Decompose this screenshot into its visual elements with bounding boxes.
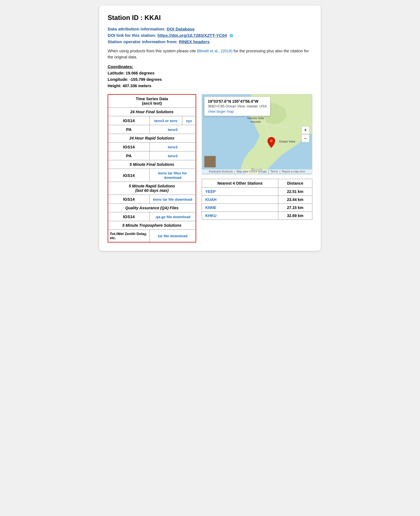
- distance-header: Distance: [278, 179, 312, 188]
- view-larger-link[interactable]: View larger map: [208, 109, 234, 113]
- station-distance: 27.15 km: [278, 204, 312, 212]
- map-footer: Keyboard shortcuts | Map data ©2024 Goog…: [202, 169, 312, 174]
- table-row: IGS14 kenv tar file download: [108, 195, 196, 204]
- doi-label: DOI link for this station:: [108, 33, 156, 38]
- map-popup: 19°03'57.6"N 155°47'56.4"W 3682+C95 Ocea…: [204, 97, 270, 116]
- rapid-tenv3-cell-1: tenv3: [150, 143, 196, 151]
- data-attribution-label: Data attribution information:: [108, 27, 165, 31]
- station-distance: 22.51 km: [278, 188, 312, 196]
- qa-gz-cell: .qa.gz file download: [150, 212, 196, 221]
- section-troposphere-row: 5 Minute Troposphere Solutions: [108, 221, 196, 230]
- ts-main-header: Time Series Data (ascii text): [108, 94, 196, 108]
- station-title: Station ID : KKAI: [108, 14, 312, 22]
- station-link[interactable]: KNNE: [205, 205, 216, 210]
- height-line: Height: 407.336 meters: [108, 83, 312, 89]
- tenv3-or-tenv-link[interactable]: tenv3 or tenv: [154, 119, 178, 123]
- section-24h-final-row: 24 Hour Final Solutions: [108, 108, 196, 116]
- svg-text:Wayside: Wayside: [250, 120, 261, 123]
- svg-point-9: [270, 140, 273, 142]
- kenv-tar-files-cell: kenv tar files for download: [150, 169, 196, 182]
- main-content: Time Series Data (ascii text) 24 Hour Fi…: [108, 94, 312, 242]
- section-qa-label: Quality Assurance (QA) Files: [108, 204, 196, 212]
- doi-icon: 🌐: [229, 34, 234, 38]
- map-container: Ocean View Manuka State Wayside 19°03'57…: [202, 94, 312, 174]
- table-row: Tot./Wet Zenith Delay, etc. tar file dow…: [108, 230, 196, 242]
- map-address: 3682+C95 Ocean View, Hawaii, USA: [208, 104, 267, 108]
- zoom-in-button[interactable]: +: [302, 126, 309, 134]
- pa-tenv3-cell-1: tenv3: [150, 125, 196, 134]
- station-name-cell: KUAH: [202, 196, 278, 204]
- operator-line: Station operator information from: RINEX…: [108, 39, 312, 44]
- table-row: IGS14 tenv3: [108, 143, 196, 151]
- station-distance: 32.69 km: [278, 212, 312, 220]
- blewitt-link[interactable]: Blewitt et al., (2018): [197, 49, 232, 53]
- table-row: KHKU 32.69 km: [202, 212, 312, 220]
- doi-database-link[interactable]: DOI Database: [167, 27, 195, 31]
- section-qa-row: Quality Assurance (QA) Files: [108, 204, 196, 212]
- map-controls: + −: [302, 126, 309, 142]
- nearest-stations-header: Nearest 4 Other Stations: [202, 179, 278, 188]
- latitude-line: Latitude: 19.066 degrees: [108, 70, 312, 76]
- igs14-label-3: IGS14: [108, 169, 150, 182]
- tenv3-or-tenv-cell: tenv3 or tenv: [150, 116, 182, 125]
- doi-link[interactable]: https://doi.org/10.7283/XZTT-YC04: [157, 33, 227, 38]
- igs14-label-4: IGS14: [108, 195, 150, 204]
- view-larger: View larger map: [208, 109, 267, 113]
- data-attribution-line: Data attribution information: DOI Databa…: [108, 27, 312, 32]
- kenv-tar-file-cell: kenv tar file download: [150, 195, 196, 204]
- station-name-cell: KNNE: [202, 204, 278, 212]
- igs14-label-1: IGS14: [108, 116, 150, 125]
- time-series-table: Time Series Data (ascii text) 24 Hour Fi…: [108, 94, 196, 242]
- nearest-stations-table: Nearest 4 Other Stations Distance YEEP 2…: [202, 179, 312, 220]
- section-24h-rapid-row: 24 Hour Rapid Solutions: [108, 134, 196, 143]
- xyz-cell: xyz: [182, 116, 196, 125]
- citation-text-1: When using products from this system ple…: [108, 49, 197, 53]
- igs14-label-2: IGS14: [108, 143, 150, 151]
- section-5min-rapid-row: 5 Minute Rapid Solutions (last 60 days m…: [108, 182, 196, 195]
- table-row: PA tenv3: [108, 151, 196, 160]
- rapid-tenv3-link-1[interactable]: tenv3: [168, 145, 178, 149]
- section-24h-rapid-label: 24 Hour Rapid Solutions: [108, 134, 196, 143]
- kenv-tar-files-link[interactable]: kenv tar files for download: [158, 171, 187, 180]
- svg-text:Manuka State: Manuka State: [247, 117, 264, 120]
- tar-file-download-link[interactable]: tar file download: [158, 234, 188, 238]
- xyz-link[interactable]: xyz: [186, 119, 192, 123]
- station-link[interactable]: KHKU: [205, 213, 216, 218]
- pa-label-1: PA: [108, 125, 150, 134]
- pa-tenv3-link-1[interactable]: tenv3: [168, 128, 178, 132]
- zoom-out-button[interactable]: −: [302, 135, 309, 142]
- longitude-line: Longitude: -155.799 degrees: [108, 76, 312, 83]
- section-5min-rapid-label: 5 Minute Rapid Solutions (last 60 days m…: [108, 182, 196, 195]
- map-coords: 19°03'57.6"N 155°47'56.4"W: [208, 99, 267, 104]
- zenith-delay-label: Tot./Wet Zenith Delay, etc.: [108, 230, 150, 242]
- table-row: KUAH 23.44 km: [202, 196, 312, 204]
- section-24h-final-label: 24 Hour Final Solutions: [108, 108, 196, 116]
- svg-text:Ocean View: Ocean View: [279, 140, 295, 143]
- pa-label-2: PA: [108, 151, 150, 160]
- operator-label: Station operator information from:: [108, 39, 178, 44]
- station-link[interactable]: KUAH: [205, 197, 216, 202]
- station-name-cell: KHKU: [202, 212, 278, 220]
- rapid-tenv3-link-2[interactable]: tenv3: [168, 154, 178, 158]
- citation-paragraph: When using products from this system ple…: [108, 48, 312, 60]
- doi-line: DOI link for this station: https://doi.o…: [108, 33, 312, 38]
- section-5min-final-row: 5 Minute Final Solutions: [108, 160, 196, 169]
- station-distance: 23.44 km: [278, 196, 312, 204]
- rapid-tenv3-cell-2: tenv3: [150, 151, 196, 160]
- table-row: KNNE 27.15 km: [202, 204, 312, 212]
- section-5min-final-label: 5 Minute Final Solutions: [108, 160, 196, 169]
- table-row: IGS14 .qa.gz file download: [108, 212, 196, 221]
- qa-gz-link[interactable]: .qa.gz file download: [155, 215, 190, 219]
- left-panel: Time Series Data (ascii text) 24 Hour Fi…: [108, 94, 196, 242]
- rinex-headers-link[interactable]: RINEX headers: [179, 39, 209, 44]
- coordinates-section: Coordinates: Latitude: 19.066 degrees Lo…: [108, 64, 312, 89]
- table-row: IGS14 tenv3 or tenv xyz: [108, 116, 196, 125]
- kenv-tar-file-link[interactable]: kenv tar file download: [153, 197, 192, 202]
- page-container: Station ID : KKAI Data attribution infor…: [99, 6, 321, 251]
- table-row: PA tenv3: [108, 125, 196, 134]
- table-row: IGS14 kenv tar files for download: [108, 169, 196, 182]
- section-troposphere-label: 5 Minute Troposphere Solutions: [108, 221, 196, 230]
- map-thumbnail: [204, 156, 216, 167]
- coordinates-title: Coordinates:: [108, 64, 312, 69]
- station-link[interactable]: YEEP: [205, 189, 216, 194]
